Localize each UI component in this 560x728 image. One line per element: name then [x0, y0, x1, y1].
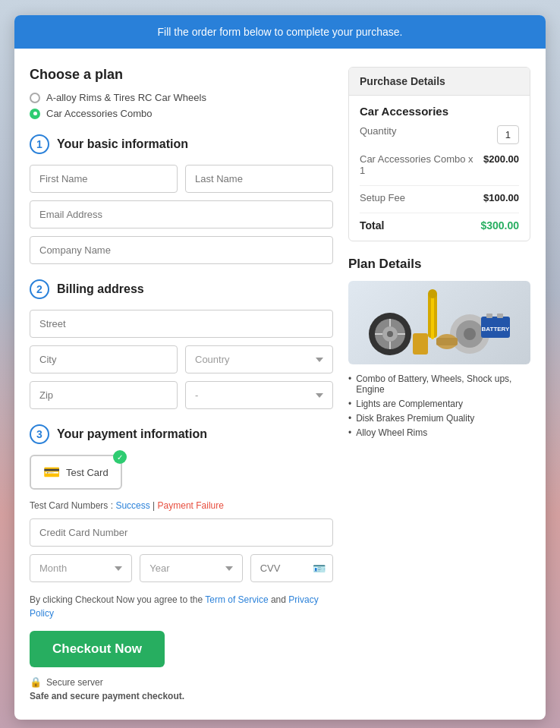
- svg-rect-21: [413, 333, 428, 355]
- setup-fee-row: Setup Fee $100.00: [360, 192, 519, 203]
- content-row: Choose a plan A-alloy Rims & Tires RC Ca…: [14, 49, 546, 720]
- cvv-card-icon: 🪪: [313, 563, 326, 575]
- plan-bullets: Combo of Battery, Wheels, Shock ups, Eng…: [348, 373, 530, 438]
- company-input[interactable]: [30, 236, 333, 264]
- choose-plan-title: Choose a plan: [30, 67, 333, 83]
- bullet-3: Disk Brakes Premium Quality: [348, 413, 530, 424]
- svg-point-10: [428, 289, 437, 298]
- svg-rect-15: [486, 314, 492, 318]
- section2-title: Billing address: [57, 282, 144, 296]
- section3-title: Your payment information: [57, 427, 207, 441]
- month-select[interactable]: Month 01 02 03 12: [30, 554, 132, 582]
- svg-rect-16: [497, 314, 503, 318]
- purchase-details-body: Car Accessories Quantity 1 Car Accessori…: [349, 96, 530, 241]
- section1-header: 1 Your basic information: [30, 134, 333, 154]
- lock-icon: 🔒: [30, 676, 42, 688]
- plan-label-combo: Car Accessories Combo: [46, 108, 152, 119]
- svg-text:BATTERY: BATTERY: [482, 326, 511, 332]
- quantity-row: Quantity 1: [360, 125, 519, 144]
- setup-price: $100.00: [483, 192, 519, 203]
- plan-details-section: Plan Details: [348, 257, 530, 438]
- section2-header: 2 Billing address: [30, 279, 333, 299]
- cvv-wrap: 🪪: [250, 554, 333, 582]
- name-row: [30, 165, 333, 193]
- street-input[interactable]: [30, 310, 333, 338]
- section3-num: 3: [30, 424, 49, 444]
- city-input[interactable]: [30, 345, 178, 373]
- section1-num: 1: [30, 134, 49, 154]
- svg-point-13: [464, 328, 476, 340]
- right-column: Purchase Details Car Accessories Quantit…: [348, 67, 530, 701]
- section2-num: 2: [30, 279, 49, 299]
- test-card-option[interactable]: 💳 Test Card ✓: [30, 455, 122, 490]
- item-label: Car Accessories Combo x 1: [360, 153, 473, 176]
- pd-section-title: Car Accessories: [360, 105, 519, 118]
- cc-number-row: [30, 518, 333, 547]
- credit-card-icon: 💳: [43, 464, 60, 481]
- choose-plan-section: Choose a plan A-alloy Rims & Tires RC Ca…: [30, 67, 333, 119]
- top-banner: Fill the order form below to complete yo…: [14, 15, 546, 49]
- total-price: $300.00: [480, 219, 519, 232]
- secure-label: Secure server: [46, 677, 103, 688]
- secure-row: 🔒 Secure server: [30, 676, 333, 688]
- terms-of-service-link[interactable]: Term of Service: [205, 594, 268, 605]
- cc-number-input[interactable]: [30, 518, 333, 547]
- plan-details-title: Plan Details: [348, 257, 530, 272]
- company-row: [30, 236, 333, 264]
- plan-label-alloy: A-alloy Rims & Tires RC Car Wheels: [46, 92, 206, 103]
- left-column: Choose a plan A-alloy Rims & Tires RC Ca…: [30, 67, 333, 701]
- country-select[interactable]: Country: [185, 345, 333, 373]
- car-parts-svg: BATTERY: [363, 285, 515, 361]
- terms-text: By clicking Checkout Now you agree to th…: [30, 593, 333, 620]
- quantity-label: Quantity: [360, 125, 396, 137]
- zip-state-row: -: [30, 381, 333, 409]
- main-container: Fill the order form below to complete yo…: [14, 15, 546, 720]
- purchase-details-box: Purchase Details Car Accessories Quantit…: [348, 67, 530, 241]
- bullet-4: Alloy Wheel Rims: [348, 427, 530, 438]
- zip-input[interactable]: [30, 381, 178, 409]
- first-name-input[interactable]: [30, 165, 178, 193]
- street-row: [30, 310, 333, 338]
- bullet-2: Lights are Complementary: [348, 399, 530, 409]
- year-select[interactable]: Year 2024 2025 2026: [140, 554, 242, 582]
- section1-title: Your basic information: [57, 137, 188, 151]
- plan-image: BATTERY: [348, 281, 530, 364]
- banner-text: Fill the order form below to complete yo…: [158, 26, 403, 38]
- email-input[interactable]: [30, 200, 333, 228]
- purchase-details-header: Purchase Details: [349, 68, 530, 96]
- plan-radio-alloy[interactable]: [30, 93, 40, 103]
- safe-text: Safe and secure payment checkout.: [30, 691, 333, 701]
- checkout-button[interactable]: Checkout Now: [30, 631, 165, 667]
- section3-header: 3 Your payment information: [30, 424, 333, 444]
- success-link[interactable]: Success: [115, 500, 149, 511]
- state-select[interactable]: -: [185, 381, 333, 409]
- plan-option-alloy[interactable]: A-alloy Rims & Tires RC Car Wheels: [30, 92, 333, 103]
- setup-label: Setup Fee: [360, 192, 405, 203]
- plan-option-combo[interactable]: Car Accessories Combo: [30, 108, 333, 119]
- test-card-numbers: Test Card Numbers : Success | Payment Fa…: [30, 500, 333, 511]
- svg-rect-19: [436, 338, 458, 345]
- test-card-checkmark: ✓: [113, 450, 127, 464]
- city-country-row: Country: [30, 345, 333, 373]
- item-price-row: Car Accessories Combo x 1 $200.00: [360, 153, 519, 176]
- expiry-cvv-row: Month 01 02 03 12 Year 2024 2025 2026 🪪: [30, 554, 333, 582]
- quantity-box[interactable]: 1: [497, 125, 519, 144]
- item-price: $200.00: [483, 153, 519, 165]
- svg-point-3: [387, 331, 393, 337]
- total-row: Total $300.00: [360, 219, 519, 232]
- plan-radio-combo[interactable]: [30, 109, 40, 119]
- email-row: [30, 200, 333, 228]
- test-card-label: Test Card: [66, 467, 109, 478]
- total-label: Total: [360, 219, 384, 232]
- last-name-input[interactable]: [185, 165, 333, 193]
- failure-link[interactable]: Payment Failure: [158, 500, 224, 511]
- bullet-1: Combo of Battery, Wheels, Shock ups, Eng…: [348, 373, 530, 395]
